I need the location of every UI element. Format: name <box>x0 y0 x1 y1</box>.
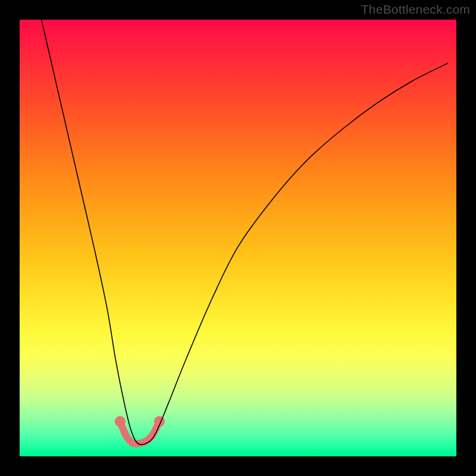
watermark-text: TheBottleneck.com <box>361 2 470 17</box>
bottleneck-curve-svg <box>20 20 456 456</box>
bottleneck-curve <box>42 20 448 444</box>
highlight-dot <box>115 416 126 427</box>
chart-stage: TheBottleneck.com <box>0 0 476 476</box>
plot-area <box>20 20 456 456</box>
